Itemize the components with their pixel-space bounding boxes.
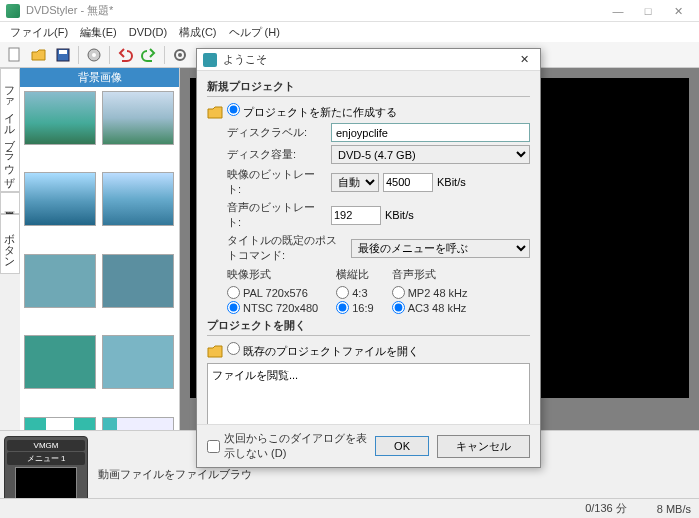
bg-thumb[interactable] xyxy=(24,172,96,226)
label-disc: ディスクラベル: xyxy=(207,125,327,140)
vbitrate-input[interactable] xyxy=(383,173,433,192)
vbitrate-mode-select[interactable]: 自動 xyxy=(331,173,379,192)
radio-ac3[interactable]: AC3 48 kHz xyxy=(392,301,468,314)
bg-thumb[interactable] xyxy=(24,254,96,308)
thumbnail-header: 背景画像 xyxy=(20,68,179,87)
menu-edit[interactable]: 編集(E) xyxy=(74,23,123,42)
col-aspect: 横縦比 xyxy=(336,267,373,282)
dialog-icon xyxy=(203,53,217,67)
burn-button[interactable] xyxy=(83,44,105,66)
section-new-project: 新規プロジェクト xyxy=(207,79,530,94)
label-video-bitrate: 映像のビットレート: xyxy=(207,167,327,197)
browse-files[interactable]: ファイルを閲覧... xyxy=(212,368,525,383)
radio-4-3[interactable]: 4:3 xyxy=(336,286,373,299)
label-postcmd: タイトルの既定のポストコマンド: xyxy=(207,233,347,263)
bg-thumb[interactable] xyxy=(102,91,174,145)
status-bar: 0/136 分 8 MB/s xyxy=(0,498,699,518)
app-icon xyxy=(6,4,20,18)
status-duration: 0/136 分 xyxy=(585,501,627,516)
settings-button[interactable] xyxy=(169,44,191,66)
bg-thumb[interactable] xyxy=(102,335,174,389)
dont-show-checkbox[interactable]: 次回からこのダイアログを表示しない (D) xyxy=(207,431,367,461)
dialog-close-button[interactable]: ✕ xyxy=(514,53,534,66)
menu-bar: ファイル(F) 編集(E) DVD(D) 構成(C) ヘルプ (H) xyxy=(0,22,699,42)
dialog-title: ようこそ xyxy=(223,52,514,67)
bg-thumb[interactable] xyxy=(102,254,174,308)
timeline-hint: 動画ファイルをファイルブラウ xyxy=(98,467,252,482)
label-capacity: ディスク容量: xyxy=(207,147,327,162)
capacity-select[interactable]: DVD-5 (4.7 GB) xyxy=(331,145,530,164)
bg-thumb[interactable] xyxy=(102,172,174,226)
col-video-format: 映像形式 xyxy=(227,267,318,282)
col-audio-format: 音声形式 xyxy=(392,267,468,282)
radio-pal[interactable]: PAL 720x576 xyxy=(227,286,318,299)
status-bitrate: 8 MB/s xyxy=(657,503,691,515)
svg-point-6 xyxy=(178,53,182,57)
section-open-project: プロジェクトを開く xyxy=(207,318,530,333)
maximize-button[interactable]: □ xyxy=(633,1,663,21)
window-titlebar: DVDStyler - 無題* — □ ✕ xyxy=(0,0,699,22)
menu1-label: メニュー 1 xyxy=(7,452,85,465)
abitrate-input[interactable] xyxy=(331,206,381,225)
save-button[interactable] xyxy=(52,44,74,66)
menu-dvd[interactable]: DVD(D) xyxy=(123,24,174,40)
label-audio-bitrate: 音声のビットレート: xyxy=(207,200,327,230)
radio-16-9[interactable]: 16:9 xyxy=(336,301,373,314)
folder-icon xyxy=(207,105,223,119)
menu-help[interactable]: ヘルプ (H) xyxy=(223,23,286,42)
cancel-button[interactable]: キャンセル xyxy=(437,435,530,458)
minimize-button[interactable]: — xyxy=(603,1,633,21)
radio-open-existing[interactable]: 既存のプロジェクトファイルを開く xyxy=(227,342,419,359)
redo-button[interactable] xyxy=(138,44,160,66)
radio-ntsc[interactable]: NTSC 720x480 xyxy=(227,301,318,314)
menu-config[interactable]: 構成(C) xyxy=(173,23,222,42)
disc-label-input[interactable] xyxy=(331,123,530,142)
bg-thumb[interactable] xyxy=(24,91,96,145)
welcome-dialog: ようこそ ✕ 新規プロジェクト プロジェクトを新たに作成する ディスクラベル: … xyxy=(196,48,541,468)
open-button[interactable] xyxy=(28,44,50,66)
ok-button[interactable]: OK xyxy=(375,436,429,456)
undo-button[interactable] xyxy=(114,44,136,66)
open-file-list[interactable]: ファイルを閲覧... xyxy=(207,363,530,424)
vmgm-label: VMGM xyxy=(7,440,85,451)
unit-kbits: KBit/s xyxy=(385,209,414,221)
tab-file-browser[interactable]: ファイルブラウザ xyxy=(0,68,20,192)
dialog-titlebar: ようこそ ✕ xyxy=(197,49,540,71)
svg-rect-2 xyxy=(59,50,67,54)
radio-mp2[interactable]: MP2 48 kHz xyxy=(392,286,468,299)
folder-icon xyxy=(207,344,223,358)
close-button[interactable]: ✕ xyxy=(663,1,693,21)
svg-rect-0 xyxy=(9,48,19,61)
svg-point-4 xyxy=(92,53,96,57)
unit-kbits: KBit/s xyxy=(437,176,466,188)
tab-backgrounds[interactable]: 背景画像 xyxy=(0,192,20,214)
postcmd-select[interactable]: 最後のメニューを呼ぶ xyxy=(351,239,530,258)
radio-create-new[interactable]: プロジェクトを新たに作成する xyxy=(227,103,397,120)
bg-thumb[interactable] xyxy=(24,335,96,389)
menu-file[interactable]: ファイル(F) xyxy=(4,23,74,42)
window-title: DVDStyler - 無題* xyxy=(26,3,603,18)
new-button[interactable] xyxy=(4,44,26,66)
tab-buttons[interactable]: ボタン xyxy=(0,214,20,274)
